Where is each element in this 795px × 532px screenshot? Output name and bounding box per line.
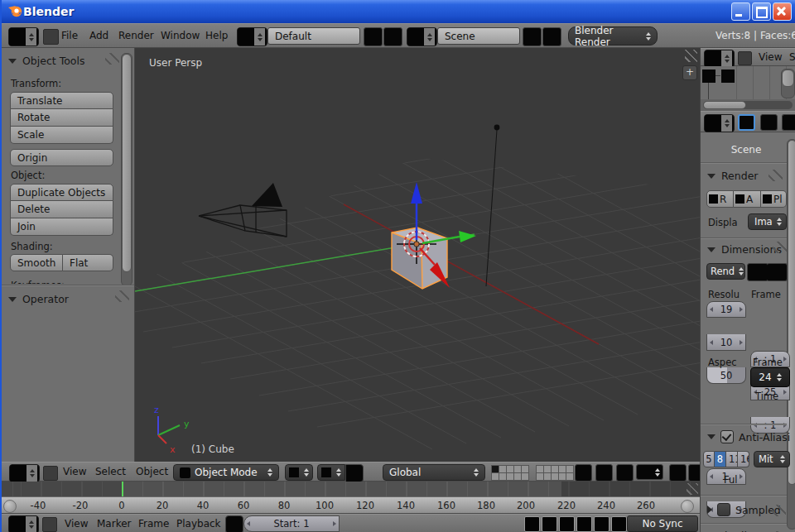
region-corner-grip-icon[interactable] xyxy=(687,483,698,495)
panel-drag-grip-icon[interactable] xyxy=(773,242,787,253)
minimize-button[interactable] xyxy=(731,2,750,21)
menu-view[interactable]: View xyxy=(63,466,86,477)
transform-orientation-dropdown[interactable]: Global xyxy=(383,464,485,481)
menu-select[interactable]: Select xyxy=(95,466,126,477)
add-preset-button[interactable] xyxy=(747,263,768,281)
scene-datablock-icon[interactable] xyxy=(702,69,716,83)
properties-tab-world[interactable] xyxy=(782,114,795,131)
aa-samples-11-button[interactable]: 11 xyxy=(726,451,738,467)
preview-range-icon-button[interactable] xyxy=(225,515,243,532)
jump-to-end-button[interactable] xyxy=(611,516,627,532)
editor-type-dropdown[interactable] xyxy=(704,114,735,132)
properties-region-plus-button[interactable]: + xyxy=(682,65,697,80)
title-bar[interactable]: Blender xyxy=(2,0,795,23)
play-reverse-button[interactable] xyxy=(559,516,575,532)
object-tools-panel-header[interactable]: Object Tools xyxy=(8,55,84,67)
scene-field[interactable]: Scene xyxy=(437,27,520,45)
delete-preset-button[interactable] xyxy=(767,263,788,281)
screen-layout-icon-dropdown[interactable] xyxy=(237,27,267,46)
panel-drag-grip-icon[interactable] xyxy=(105,53,119,65)
scene-icon-dropdown[interactable] xyxy=(407,27,437,46)
editor-type-dropdown[interactable] xyxy=(8,27,39,46)
viewport-shading-dropdown[interactable] xyxy=(285,464,313,481)
flat-button[interactable]: Flat xyxy=(63,254,113,271)
menu-object[interactable]: Object xyxy=(136,466,168,477)
anti-aliasing-checkbox[interactable] xyxy=(720,430,734,443)
lock-to-scene-button[interactable] xyxy=(575,464,592,482)
menu-render[interactable]: Render xyxy=(118,30,154,41)
jump-prev-keyframe-button[interactable] xyxy=(542,516,557,532)
mode-dropdown[interactable]: Object Mode xyxy=(173,464,279,481)
render-panel-header[interactable]: Render xyxy=(707,170,759,182)
menu-view[interactable]: View xyxy=(759,51,782,63)
join-button[interactable]: Join xyxy=(10,218,113,236)
sampled-checkbox[interactable] xyxy=(717,503,730,516)
snap-target-dropdown[interactable] xyxy=(636,464,663,480)
delete-scene-button[interactable] xyxy=(542,27,561,46)
jump-next-keyframe-button[interactable] xyxy=(594,516,610,532)
duplicate-objects-button[interactable]: Duplicate Objects xyxy=(10,184,113,201)
camera-object[interactable] xyxy=(199,183,287,237)
properties-tab-scene[interactable] xyxy=(760,114,778,131)
header-collapse-icon[interactable] xyxy=(738,51,752,65)
resolution-percentage-slider[interactable]: 50 xyxy=(706,367,746,384)
layer-selector-group-2[interactable] xyxy=(536,465,574,481)
menu-frame[interactable]: Frame xyxy=(138,518,169,530)
scrollbar-thumb[interactable] xyxy=(122,54,132,272)
screen-layout-field[interactable]: Default xyxy=(267,27,360,45)
rotate-button[interactable]: Rotate xyxy=(10,109,113,127)
delete-layout-button[interactable] xyxy=(383,27,402,46)
editor-type-dropdown[interactable] xyxy=(9,464,40,482)
properties-tab-render[interactable] xyxy=(738,114,755,131)
panel-drag-grip-icon[interactable] xyxy=(115,290,129,302)
header-collapse-icon[interactable] xyxy=(42,517,57,532)
header-collapse-icon[interactable] xyxy=(43,466,58,481)
manipulator-toggle-button[interactable] xyxy=(345,464,364,482)
aa-filter-dropdown[interactable]: Mit xyxy=(754,451,790,467)
menu-add[interactable]: Add xyxy=(89,30,108,41)
properties-scrollbar[interactable] xyxy=(787,139,795,530)
editor-type-dropdown[interactable] xyxy=(8,515,39,532)
resolution-x-field[interactable]: 19 xyxy=(706,301,746,318)
aa-samples-8-button[interactable]: 8 xyxy=(715,451,726,467)
timeline-area[interactable] xyxy=(2,482,700,496)
add-scene-button[interactable] xyxy=(523,27,542,46)
jump-to-start-button[interactable] xyxy=(524,516,540,532)
scrollbar-thumb[interactable] xyxy=(782,69,794,87)
viewport-3d[interactable]: z y x User Persp (1) Cube + xyxy=(135,48,700,462)
pivot-point-dropdown[interactable] xyxy=(317,464,345,481)
smooth-button[interactable]: Smooth xyxy=(10,254,63,271)
current-frame-marker[interactable] xyxy=(122,482,123,496)
outliner-tree[interactable] xyxy=(701,66,795,99)
menu-search[interactable]: S xyxy=(789,51,795,63)
display-mode-dropdown[interactable]: Ima xyxy=(748,213,787,230)
lamp-object[interactable] xyxy=(486,125,499,286)
timeline-ruler[interactable]: -40 -20 0 20 40 60 80 100 120 140 160 18… xyxy=(2,496,700,514)
render-opengl-button[interactable] xyxy=(669,464,687,482)
anti-aliasing-panel-header[interactable]: Anti-Aliasi xyxy=(707,430,790,443)
outliner-scrollbar[interactable] xyxy=(781,69,795,98)
sync-mode-dropdown[interactable]: No Sync xyxy=(627,515,698,532)
tool-shelf-scrollbar[interactable] xyxy=(121,53,132,286)
render-image-button[interactable]: R xyxy=(706,190,734,208)
region-corner-grip-icon[interactable] xyxy=(685,50,697,62)
resolution-y-field[interactable]: 10 xyxy=(706,334,746,351)
origin-button[interactable]: Origin xyxy=(10,149,113,166)
add-layout-button[interactable] xyxy=(364,27,383,46)
ruler-right-cap[interactable] xyxy=(681,500,694,513)
outliner-hscroll-area[interactable] xyxy=(701,99,795,111)
snap-toggle-button[interactable] xyxy=(595,464,613,482)
maximize-button[interactable] xyxy=(752,2,771,21)
render-engine-dropdown[interactable]: Blender Render xyxy=(568,26,658,46)
render-presets-dropdown[interactable]: Rend xyxy=(706,263,745,280)
menu-file[interactable]: File xyxy=(61,30,78,41)
dimensions-panel-header[interactable]: Dimensions xyxy=(707,243,782,256)
aa-samples-16-button[interactable]: 16 xyxy=(738,451,749,467)
scale-button[interactable]: Scale xyxy=(10,127,113,144)
snap-element-button[interactable] xyxy=(616,464,634,482)
translate-button[interactable]: Translate xyxy=(10,92,113,109)
ruler-left-cap[interactable] xyxy=(3,500,17,513)
menu-playback[interactable]: Playback xyxy=(176,518,221,530)
operator-panel-header[interactable]: Operator xyxy=(8,293,69,305)
render-animation-button[interactable]: A xyxy=(734,190,761,208)
